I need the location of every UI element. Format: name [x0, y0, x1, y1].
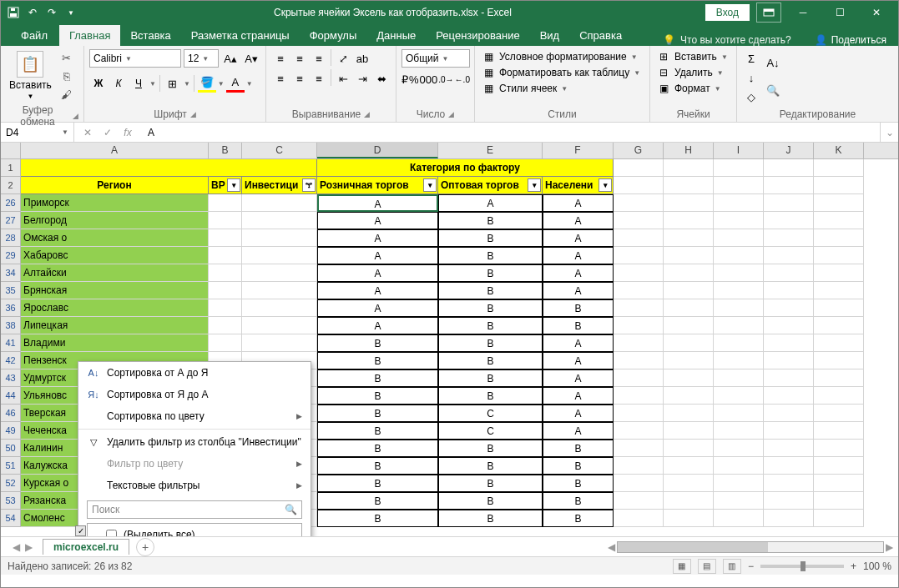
- cell[interactable]: [714, 247, 764, 264]
- dialog-launcher-icon[interactable]: ◢: [73, 112, 78, 120]
- cell[interactable]: [814, 334, 864, 352]
- cell[interactable]: [814, 317, 864, 334]
- cell[interactable]: [714, 229, 764, 247]
- row-header[interactable]: 49: [1, 422, 21, 440]
- cell[interactable]: [714, 194, 764, 212]
- cell[interactable]: [664, 229, 714, 247]
- autosum-icon[interactable]: Σ: [742, 49, 760, 68]
- cell[interactable]: B: [317, 387, 438, 405]
- number-format-combo[interactable]: Общий▼: [402, 49, 470, 68]
- cell[interactable]: [714, 352, 764, 369]
- shrink-font-icon[interactable]: A▾: [242, 49, 260, 68]
- page-break-view-icon[interactable]: ▥: [723, 559, 741, 574]
- cell[interactable]: [614, 475, 664, 492]
- align-bottom-icon[interactable]: ≡: [310, 49, 328, 68]
- sort-desc-item[interactable]: Я↓Сортировка от Я до А: [78, 384, 311, 405]
- cell[interactable]: B: [543, 299, 614, 317]
- cell[interactable]: [764, 369, 814, 387]
- cell[interactable]: [242, 229, 317, 247]
- cell[interactable]: [664, 299, 714, 317]
- clear-filter-item[interactable]: ▽Удалить фильтр из столбца "Инвестиции": [78, 431, 311, 453]
- format-painter-icon[interactable]: 🖌: [58, 86, 75, 103]
- cell[interactable]: [242, 299, 317, 317]
- cell[interactable]: [714, 492, 764, 510]
- cell[interactable]: A: [543, 194, 614, 212]
- format-cells-button[interactable]: ▣Формат▼: [655, 81, 731, 96]
- row-header[interactable]: 52: [1, 475, 21, 492]
- col-header-A[interactable]: A: [21, 143, 209, 158]
- row-header[interactable]: 54: [1, 510, 21, 527]
- cell[interactable]: [714, 282, 764, 299]
- cell[interactable]: [664, 387, 714, 405]
- cell[interactable]: [764, 194, 814, 212]
- cell[interactable]: [614, 299, 664, 317]
- row-header[interactable]: 41: [1, 334, 21, 352]
- col-header-J[interactable]: J: [764, 143, 814, 158]
- cell[interactable]: B: [438, 264, 543, 282]
- cell[interactable]: [814, 405, 864, 422]
- cell[interactable]: B: [317, 440, 438, 457]
- tell-me[interactable]: 💡Что вы хотите сделать?: [651, 34, 803, 46]
- cell[interactable]: [764, 159, 814, 177]
- cell[interactable]: B: [438, 387, 543, 405]
- cell[interactable]: B: [317, 510, 438, 527]
- row-header[interactable]: 28: [1, 229, 21, 247]
- cell[interactable]: B: [317, 492, 438, 510]
- cell[interactable]: [814, 177, 864, 194]
- align-right-icon[interactable]: ≡: [310, 69, 328, 88]
- cell[interactable]: A: [543, 334, 614, 352]
- cell[interactable]: Розничная торгов▾: [317, 177, 438, 194]
- fill-icon[interactable]: ↓: [742, 68, 760, 87]
- cell[interactable]: [714, 405, 764, 422]
- cell[interactable]: [714, 422, 764, 440]
- cell[interactable]: [764, 247, 814, 264]
- cell[interactable]: [714, 177, 764, 194]
- cell[interactable]: [764, 334, 814, 352]
- cell[interactable]: [614, 317, 664, 334]
- cell[interactable]: A: [317, 212, 438, 229]
- cell[interactable]: [764, 229, 814, 247]
- cell[interactable]: B: [317, 475, 438, 492]
- cell[interactable]: [209, 317, 242, 334]
- cell[interactable]: [664, 510, 714, 527]
- currency-icon[interactable]: ₽: [402, 70, 408, 88]
- save-icon[interactable]: [4, 3, 23, 22]
- cell[interactable]: Владими: [21, 334, 209, 352]
- cell[interactable]: B: [438, 369, 543, 387]
- row-header[interactable]: 2: [1, 177, 21, 194]
- cell[interactable]: ВР▾: [209, 177, 242, 194]
- cell[interactable]: B: [543, 317, 614, 334]
- add-sheet-button[interactable]: +: [136, 538, 154, 556]
- cell[interactable]: [814, 352, 864, 369]
- cell[interactable]: [614, 194, 664, 212]
- cell[interactable]: [714, 159, 764, 177]
- cell-styles-button[interactable]: ▦Стили ячеек▼: [480, 81, 644, 96]
- orientation-icon[interactable]: ⤢: [334, 49, 352, 68]
- cell[interactable]: B: [438, 475, 543, 492]
- comma-icon[interactable]: 000: [420, 70, 438, 88]
- cell[interactable]: B: [438, 440, 543, 457]
- cell[interactable]: [814, 247, 864, 264]
- cancel-formula-icon[interactable]: ✕: [78, 123, 98, 142]
- percent-icon[interactable]: %: [409, 70, 419, 88]
- cell[interactable]: B: [438, 299, 543, 317]
- cell[interactable]: A: [317, 194, 438, 212]
- cell[interactable]: [242, 282, 317, 299]
- cell[interactable]: [209, 229, 242, 247]
- cell[interactable]: A: [543, 387, 614, 405]
- chevron-down-icon[interactable]: ▼: [184, 80, 190, 88]
- cell[interactable]: B: [543, 492, 614, 510]
- cell[interactable]: [714, 387, 764, 405]
- cell[interactable]: [664, 247, 714, 264]
- cell[interactable]: [714, 334, 764, 352]
- cell[interactable]: B: [438, 334, 543, 352]
- horizontal-scrollbar[interactable]: [617, 541, 884, 553]
- checkbox-select-all[interactable]: [106, 530, 117, 537]
- cell[interactable]: B: [438, 247, 543, 264]
- chevron-down-icon[interactable]: ▼: [149, 80, 156, 88]
- cell[interactable]: [814, 440, 864, 457]
- cell[interactable]: [714, 457, 764, 475]
- share-button[interactable]: 👤Поделиться: [803, 34, 898, 46]
- tab-data[interactable]: Данные: [366, 25, 426, 46]
- cell[interactable]: B: [543, 510, 614, 527]
